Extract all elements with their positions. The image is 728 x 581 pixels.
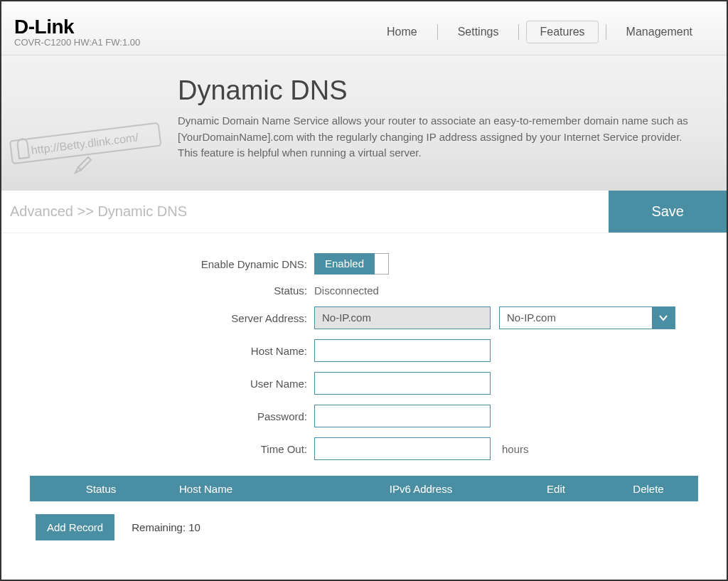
row-host-name: Host Name: bbox=[30, 339, 698, 362]
nav-separator bbox=[518, 24, 519, 40]
label-status: Status: bbox=[30, 284, 314, 297]
toggle-knob bbox=[375, 253, 389, 274]
records-table: Status Host Name IPv6 Address Edit Delet… bbox=[30, 476, 698, 501]
chevron-down-icon bbox=[652, 307, 675, 329]
page-description: Dynamic Domain Name Service allows your … bbox=[178, 113, 690, 161]
label-enable: Enable Dynamic DNS: bbox=[30, 258, 314, 270]
label-server-address: Server Address: bbox=[30, 312, 314, 324]
cursor-icon bbox=[75, 157, 91, 173]
label-host-name: Host Name: bbox=[30, 345, 314, 357]
timeout-unit: hours bbox=[502, 443, 529, 455]
page-title: Dynamic DNS bbox=[178, 75, 707, 106]
toggle-state-label: Enabled bbox=[314, 253, 375, 274]
host-name-input[interactable] bbox=[314, 339, 491, 362]
label-password: Password: bbox=[30, 410, 314, 422]
server-address-display: No-IP.com bbox=[314, 307, 491, 329]
footer-row: Add Record Remaining: 10 bbox=[30, 501, 698, 553]
nav: Home Settings Features Management bbox=[374, 21, 712, 43]
hero: http://Betty.dlink.com/ Dynamic DNS Dyna… bbox=[1, 55, 727, 191]
nav-settings[interactable]: Settings bbox=[445, 21, 512, 43]
brand-logo: D-Link bbox=[14, 16, 374, 38]
top-bar: D-Link COVR-C1200 HW:A1 FW:1.00 Home Set… bbox=[1, 1, 727, 55]
breadcrumb: Advanced >> Dynamic DNS bbox=[1, 191, 609, 233]
save-button[interactable]: Save bbox=[609, 191, 727, 233]
status-value: Disconnected bbox=[314, 284, 379, 297]
row-server-address: Server Address: No-IP.com No-IP.com bbox=[30, 307, 698, 329]
brand-model: COVR-C1200 HW:A1 FW:1.00 bbox=[14, 37, 374, 48]
label-timeout: Time Out: bbox=[30, 443, 314, 455]
hero-url-text: http://Betty.dlink.com/ bbox=[31, 131, 139, 156]
label-user-name: User Name: bbox=[30, 378, 314, 390]
hero-graphic: http://Betty.dlink.com/ bbox=[7, 116, 171, 180]
nav-management[interactable]: Management bbox=[614, 21, 705, 43]
form: Enable Dynamic DNS: Enabled Status: Disc… bbox=[1, 233, 727, 567]
dropdown-selected: No-IP.com bbox=[500, 307, 652, 329]
th-edit: Edit bbox=[513, 483, 599, 495]
timeout-input[interactable] bbox=[314, 437, 491, 460]
nav-home[interactable]: Home bbox=[374, 21, 430, 43]
th-delete: Delete bbox=[599, 483, 698, 495]
user-name-input[interactable] bbox=[314, 372, 491, 395]
row-user-name: User Name: bbox=[30, 372, 698, 395]
add-record-button[interactable]: Add Record bbox=[36, 514, 114, 540]
th-status: Status bbox=[30, 483, 172, 495]
toggle-enable-ddns[interactable]: Enabled bbox=[314, 253, 389, 274]
row-enable: Enable Dynamic DNS: Enabled bbox=[30, 253, 698, 274]
remaining-count: Remaining: 10 bbox=[132, 521, 200, 533]
breadcrumb-row: Advanced >> Dynamic DNS Save bbox=[1, 191, 727, 233]
table-header: Status Host Name IPv6 Address Edit Delet… bbox=[30, 476, 698, 501]
nav-separator bbox=[606, 24, 606, 40]
brand-block: D-Link COVR-C1200 HW:A1 FW:1.00 bbox=[14, 16, 374, 48]
row-status: Status: Disconnected bbox=[30, 284, 698, 297]
nav-features[interactable]: Features bbox=[526, 21, 598, 43]
th-ipv6: IPv6 Address bbox=[328, 483, 513, 495]
nav-separator bbox=[437, 24, 438, 40]
server-address-dropdown[interactable]: No-IP.com bbox=[499, 307, 675, 329]
row-timeout: Time Out: hours bbox=[30, 437, 698, 460]
row-password: Password: bbox=[30, 405, 698, 427]
th-hostname: Host Name bbox=[172, 483, 328, 495]
password-input[interactable] bbox=[314, 405, 491, 427]
